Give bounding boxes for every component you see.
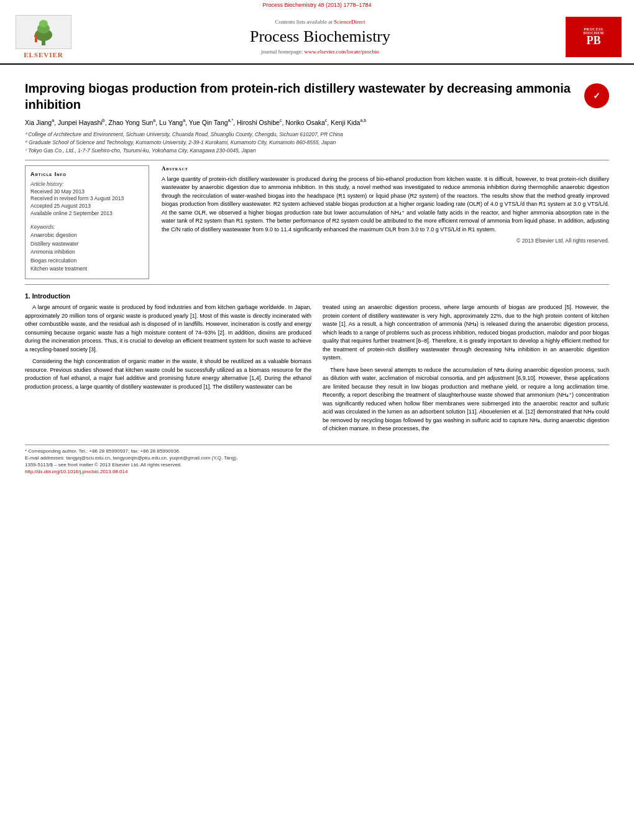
divider-2 (25, 284, 609, 285)
body-col-right: treated using an anaerobic digestion pro… (323, 303, 609, 437)
journal-title: Process Biochemistry (75, 27, 566, 46)
footnote-section: * Corresponding author. Tel.: +86 28 859… (25, 445, 609, 474)
crossmark-badge: ✓ (584, 83, 609, 108)
body-section: 1. Introduction A large amount of organi… (25, 292, 609, 437)
accepted-date: Accepted 25 August 2013 (30, 203, 144, 210)
journal-top-bar: Process Biochemistry 48 (2013) 1778–1784 (0, 0, 634, 10)
abstract-title: Abstract (162, 165, 609, 172)
copyright-line: © 2013 Elsevier Ltd. All rights reserved… (162, 238, 609, 244)
keyword-1: Anaerobic digestion (30, 231, 144, 240)
article-info-title: Article Info (30, 171, 144, 177)
article-title: Improving biogas production from protein… (25, 80, 575, 113)
svg-rect-5 (35, 38, 37, 42)
divider-1 (25, 160, 609, 160)
journal-homepage: journal homepage: www.elsevier.com/locat… (75, 48, 566, 55)
section1-heading: 1. Introduction (25, 292, 609, 300)
body-para-2: Considering the high concentration of or… (25, 358, 311, 391)
abstract-column: Abstract A large quantity of protein-ric… (162, 165, 609, 280)
info-abstract-section: Article Info Article history: Received 3… (25, 165, 609, 280)
keyword-5: Kitchen waste treatment (30, 265, 144, 274)
affiliation-c: ᶜ Tokyo Gas Co., Ltd., 1-7-7 Suehiro-cho… (25, 147, 609, 155)
keyword-4: Biogas recirculation (30, 257, 144, 265)
elsevier-tree-image (16, 15, 71, 49)
email-line: E-mail addresses: tangyq@scu.edu.cn, tan… (25, 455, 609, 461)
article-info-column: Article Info Article history: Received 3… (25, 165, 149, 280)
article-history-label: Article history: (30, 181, 144, 187)
keywords-label: Keywords: (30, 224, 144, 230)
corresponding-author-note: * Corresponding author. Tel.: +86 28 859… (25, 448, 609, 454)
article-info-box: Article Info Article history: Received 3… (25, 165, 149, 280)
affiliations: ᵃ College of Architecture and Environmen… (25, 131, 609, 154)
keywords-list: Anaerobic digestion Distillery wastewate… (30, 231, 144, 274)
abstract-text: A large quantity of protein-rich distill… (162, 175, 609, 234)
homepage-link[interactable]: www.elsevier.com/locate/procbio (305, 48, 379, 55)
keyword-3: Ammonia inhibition (30, 248, 144, 257)
contents-available-text: Contents lists available at ScienceDirec… (75, 19, 566, 25)
article-title-section: Improving biogas production from protein… (25, 80, 609, 113)
body-para-4: There have been several attempts to redu… (323, 366, 609, 433)
available-date: Available online 2 September 2013 (30, 210, 144, 218)
revised-date: Received in revised form 3 August 2013 (30, 195, 144, 203)
science-direct-link[interactable]: ScienceDirect (334, 19, 365, 25)
elsevier-brand-text: ELSEVIER (24, 51, 63, 58)
svg-text:✓: ✓ (593, 91, 600, 101)
body-para-1: A large amount of organic waste is produ… (25, 303, 311, 354)
doi-link[interactable]: http://dx.doi.org/10.1016/j.procbio.2013… (25, 469, 127, 474)
body-para-3: treated using an anaerobic digestion pro… (323, 303, 609, 362)
journal-logo-right: PROCESS BIOCHEM PB (566, 17, 622, 57)
received-date: Received 30 May 2013 (30, 188, 144, 196)
elsevier-logo: ELSEVIER (12, 15, 75, 58)
svg-point-3 (39, 20, 48, 27)
journal-center-info: Contents lists available at ScienceDirec… (75, 19, 566, 55)
affiliation-a: ᵃ College of Architecture and Environmen… (25, 131, 609, 139)
affiliation-b: ᵇ Graduate School of Science and Technol… (25, 139, 609, 147)
main-content: Improving biogas production from protein… (0, 65, 634, 482)
svg-point-4 (34, 34, 38, 38)
doi-line: http://dx.doi.org/10.1016/j.procbio.2013… (25, 469, 609, 474)
body-two-col: A large amount of organic waste is produ… (25, 303, 609, 437)
keyword-2: Distillery wastewater (30, 240, 144, 249)
authors-line: Xia Jianga, Junpei Hayashib, Zhao Yong S… (25, 118, 609, 127)
journal-header: ELSEVIER Contents lists available at Sci… (0, 10, 634, 65)
issn-line: 1359-5113/$ – see front matter © 2013 El… (25, 462, 609, 468)
body-col-left: A large amount of organic waste is produ… (25, 303, 311, 437)
